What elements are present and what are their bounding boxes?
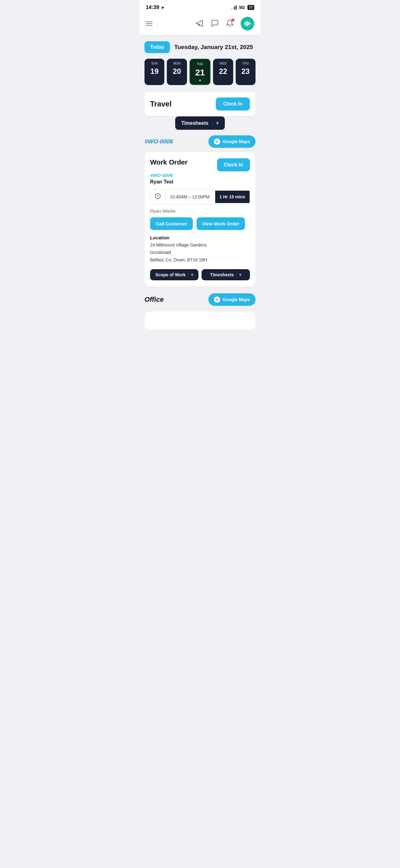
travel-title: Travel [150,100,171,108]
time-slot: 10:45AM – 12:00PM 1 Hr 15 mins [150,189,250,205]
google-icon-1: G [214,138,220,145]
chat-button[interactable] [211,19,219,28]
time-duration: 1 Hr 15 mins [215,191,249,203]
signal-icon [231,5,237,10]
calendar-day-wed[interactable]: WED 22 [213,59,233,85]
wo-clock-in-button[interactable]: Clock In [217,158,250,172]
calendar-day-mon[interactable]: MON 20 [167,59,187,85]
day-name: THU [237,62,254,65]
clock-icon [151,189,166,204]
day-name: TUE [191,62,209,66]
timesheets-card-divider [236,272,237,277]
scope-of-work-dropdown-button[interactable]: Scope of Work ▾ [150,269,198,280]
status-time: 14:39 [146,4,159,10]
waveform-icon [244,21,251,26]
main-content: Today Tuesday, January 21st, 2025 SUN 19… [139,35,261,336]
calendar-day-tue[interactable]: TUE 21 [190,59,210,85]
timesheets-arrow-icon: ▾ [216,120,219,126]
avatar-button[interactable] [241,17,254,30]
day-num: 22 [214,67,232,76]
day-name: WED [214,62,232,65]
location-label: Location [150,235,250,240]
megaphone-icon [196,19,204,27]
day-name: SUN [146,62,163,65]
timesheets-divider [212,120,212,126]
action-buttons: Call Customer View Work Order [150,217,250,230]
status-bar: 14:39 ➤ 5G 77 [139,0,261,13]
svg-rect-0 [244,23,245,25]
day-num: 21 [191,68,209,78]
view-work-order-button[interactable]: View Work Order [197,217,245,230]
battery-icon: 77 [247,5,254,10]
timesheets-label: Timesheets [181,120,209,126]
calendar-day-thu[interactable]: THU 23 [236,59,256,85]
wo-card-customer: Ryan Test [150,179,250,185]
top-nav [139,13,261,35]
google-maps-button-1[interactable]: G Google Maps [208,135,256,148]
location-arrow-icon: ➤ [161,5,165,10]
notifications-button[interactable] [226,19,234,28]
notification-badge [232,19,234,22]
svg-rect-1 [245,22,246,26]
card-bottom-bar: Scope of Work ▾ Timesheets ▾ [150,269,250,280]
work-order-card: Work Order Clock In #WO-0006 Ryan Test 1… [144,152,256,286]
google-icon-2: G [214,297,220,303]
current-date: Tuesday, January 21st, 2025 [174,44,253,51]
selected-dot [191,80,209,81]
location-line3: Belfast, Co. Down, BT16 1BH [150,256,250,264]
scope-of-work-label: Scope of Work [155,272,186,277]
menu-button[interactable] [146,22,153,26]
office-row: Office G Google Maps [144,292,256,311]
scope-divider [188,272,189,277]
location-line1: 24 Millmount Village Gardens [150,242,250,249]
timesheets-dropdown-button[interactable]: Timesheets ▾ [175,116,225,130]
bottom-card-placeholder [144,311,256,330]
timesheets-bar: Timesheets ▾ [144,116,256,130]
wo-header-row: #WO-0006 G Google Maps [144,135,256,148]
calendar-day-sun[interactable]: SUN 19 [144,59,164,85]
call-customer-button[interactable]: Call Customer [150,217,193,230]
date-header: Today Tuesday, January 21st, 2025 [144,41,256,53]
svg-rect-2 [247,21,248,26]
nav-divider [158,20,158,28]
timesheets-card-arrow-icon: ▾ [239,272,241,277]
day-num: 20 [168,67,186,76]
timesheets-card-dropdown-button[interactable]: Timesheets ▾ [202,269,250,280]
time-range: 10:45AM – 12:00PM [166,191,215,203]
day-num: 19 [146,67,163,76]
timesheets-card-label: Timesheets [210,272,234,277]
calendar-row: SUN 19 MON 20 TUE 21 WED 22 THU 23 [144,59,256,85]
network-type: 5G [239,5,245,10]
day-num: 23 [237,67,254,76]
travel-card: Travel Clock In [144,92,256,116]
technician-name: Ryan Warke [150,208,250,214]
nav-icons [196,17,254,30]
wo-number-label: #WO-0006 [144,138,173,145]
announcements-button[interactable] [196,19,204,28]
chat-icon [211,19,219,27]
today-button[interactable]: Today [144,41,170,53]
google-maps-label-1: Google Maps [223,139,250,144]
svg-rect-4 [249,23,251,25]
google-maps-label-2: Google Maps [223,297,250,302]
svg-rect-3 [248,22,249,26]
day-name: MON [168,62,186,65]
location-line2: Dundonald [150,249,250,256]
travel-clock-in-button[interactable]: Clock In [216,97,250,111]
location-section: Location 24 Millmount Village Gardens Du… [150,235,250,264]
wo-card-title: Work Order [150,158,188,166]
scope-arrow-icon: ▾ [191,272,193,277]
wo-card-number: #WO-0006 [150,173,250,178]
google-maps-button-2[interactable]: G Google Maps [208,293,256,306]
office-label: Office [144,296,164,304]
